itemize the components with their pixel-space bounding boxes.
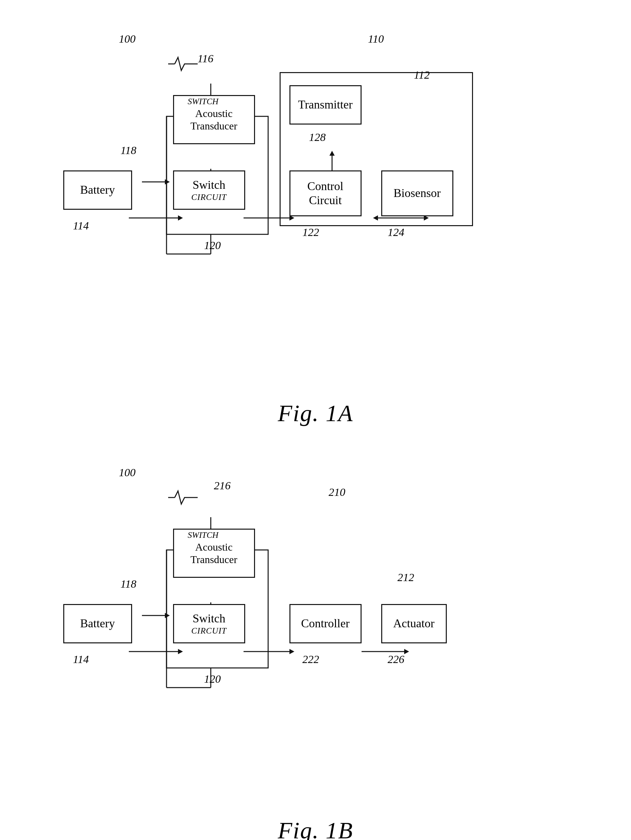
switch-circuit-block-1b: Switch CIRCUIT <box>173 604 245 643</box>
ref-222-1b: 222 <box>302 653 319 666</box>
fig1b-label: Fig. 1B <box>278 817 353 840</box>
circuit-sublabel-1b: CIRCUIT <box>191 626 226 636</box>
circuit-sublabel-1a: CIRCUIT <box>191 192 226 202</box>
battery-label-1b: Battery <box>80 616 115 631</box>
diagram-fig1a: Battery AcousticTransducer SWITCH Switch… <box>54 20 578 396</box>
ref-216-1b: 216 <box>214 480 231 492</box>
svg-marker-34 <box>165 613 170 618</box>
page: Battery AcousticTransducer SWITCH Switch… <box>0 0 631 840</box>
ref-100-1b: 100 <box>119 466 136 479</box>
ref-114-1b: 114 <box>73 653 89 666</box>
ref-226-1b: 226 <box>388 653 405 666</box>
svg-marker-21 <box>178 649 183 654</box>
ref-122-1a: 122 <box>302 226 319 238</box>
actuator-label-1b: Actuator <box>393 616 435 631</box>
battery-block-1a: Battery <box>63 171 132 210</box>
battery-label-1a: Battery <box>80 183 115 197</box>
ref-118-1b: 118 <box>121 578 136 590</box>
svg-marker-17 <box>165 179 170 185</box>
ref-120-1b: 120 <box>204 673 221 685</box>
ref-118-1a: 118 <box>121 144 136 157</box>
ref-114-1a: 114 <box>73 219 89 232</box>
svg-marker-25 <box>404 649 409 654</box>
outer-box-110 <box>280 72 473 226</box>
ref-120-1a: 120 <box>204 239 221 252</box>
actuator-block-1b: Actuator <box>381 604 447 643</box>
controller-block-1b: Controller <box>289 604 362 643</box>
ref-110-1a: 110 <box>368 33 384 45</box>
battery-block-1b: Battery <box>63 604 132 643</box>
ref-212-1b: 212 <box>398 571 414 584</box>
fig1a-label: Fig. 1A <box>278 400 353 427</box>
ref-210-1b: 210 <box>329 486 345 499</box>
diagram-fig1b: Battery AcousticTransducer SWITCH Switch… <box>54 453 578 814</box>
switch-label-text-1a: Switch <box>192 178 225 192</box>
switch-circuit-block-1a: Switch CIRCUIT <box>173 171 245 210</box>
ref-116-1a: 116 <box>198 52 213 65</box>
ref-100-1a: 100 <box>119 33 136 45</box>
switch-label-text-1b: Switch <box>192 611 225 626</box>
switch-label-1a: SWITCH <box>188 97 219 106</box>
svg-marker-1 <box>178 215 183 221</box>
controller-label-1b: Controller <box>301 616 350 631</box>
svg-marker-23 <box>289 649 294 654</box>
switch-label-1b: SWITCH <box>188 530 219 540</box>
acoustic-transducer-label-1a: AcousticTransducer <box>190 107 237 133</box>
ref-124-1a: 124 <box>388 226 405 238</box>
acoustic-transducer-label-1b: AcousticTransducer <box>190 541 237 566</box>
